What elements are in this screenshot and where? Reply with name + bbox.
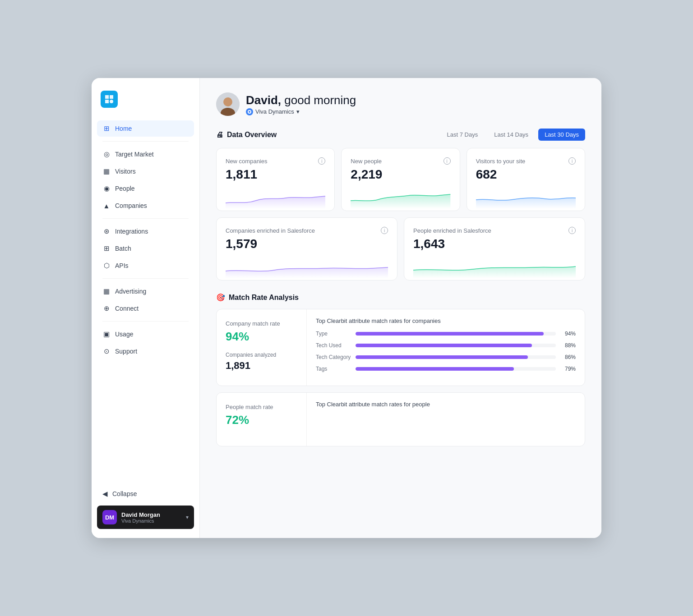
data-overview-icon: 🖨 xyxy=(216,131,223,139)
bar-label: Tech Used xyxy=(316,342,352,349)
collapse-button[interactable]: ◀ Collapse xyxy=(97,486,194,502)
info-icon[interactable]: i xyxy=(381,227,388,234)
bar-row-tech-used: Tech Used 88% xyxy=(316,342,576,349)
info-icon[interactable]: i xyxy=(568,227,576,234)
filter-30-days[interactable]: Last 30 Days xyxy=(538,129,585,141)
match-rate-header: 🎯 Match Rate Analysis xyxy=(216,293,585,302)
sidebar-item-label: Batch xyxy=(115,245,131,252)
company-analyzed-label: Companies analyzed xyxy=(226,352,297,358)
collapse-icon: ◀ xyxy=(102,490,108,498)
card-label: New people xyxy=(351,158,382,165)
card-value: 1,643 xyxy=(413,237,576,251)
bar-track xyxy=(356,355,556,359)
user-info: David Morgan Viva Dynamics xyxy=(121,511,181,524)
sidebar-item-label: Visitors xyxy=(115,168,136,175)
sidebar-item-support[interactable]: ⊙ Support xyxy=(97,343,194,359)
sidebar-item-connect[interactable]: ⊕ Connect xyxy=(97,300,194,317)
sidebar-item-label: Integrations xyxy=(115,228,148,235)
nav-divider-1 xyxy=(102,141,189,142)
match-rate-icon: 🎯 xyxy=(216,293,225,302)
user-company: Viva Dynamics xyxy=(121,518,181,524)
sidebar-item-batch[interactable]: ⊞ Batch xyxy=(97,240,194,257)
info-icon[interactable]: i xyxy=(318,157,325,165)
sidebar-bottom: ◀ Collapse DM David Morgan Viva Dynamics… xyxy=(92,486,199,529)
user-profile[interactable]: DM David Morgan Viva Dynamics ▾ xyxy=(97,506,194,529)
svg-point-5 xyxy=(249,111,250,113)
filter-14-days[interactable]: Last 14 Days xyxy=(488,129,535,141)
data-overview-header: 🖨 Data Overview Last 7 Days Last 14 Days… xyxy=(216,129,585,141)
sidebar-item-apis[interactable]: ⬡ APIs xyxy=(97,257,194,274)
svg-point-2 xyxy=(223,97,232,106)
sidebar-item-people[interactable]: ◉ People xyxy=(97,180,194,197)
nav-divider-3 xyxy=(102,278,189,279)
sidebar-item-target-market[interactable]: ◎ Target Market xyxy=(97,146,194,162)
org-icon xyxy=(246,108,253,115)
card-new-people: New people i 2,219 xyxy=(341,148,460,211)
sidebar-item-advertising[interactable]: ▦ Advertising xyxy=(97,283,194,299)
card-label: Visitors to your site xyxy=(476,158,526,165)
logo xyxy=(92,91,199,120)
card-value: 1,579 xyxy=(226,237,388,251)
card-people-salesforce: People enriched in Salesforce i 1,643 xyxy=(404,217,585,280)
card-label: People enriched in Salesforce xyxy=(413,227,491,234)
card-new-companies: New companies i 1,811 xyxy=(216,148,335,211)
card-value: 1,811 xyxy=(226,167,325,182)
home-icon: ⊞ xyxy=(102,124,111,133)
visitors-icon: ▦ xyxy=(102,167,111,175)
sidebar-item-label: APIs xyxy=(115,262,129,269)
company-analyzed-value: 1,891 xyxy=(226,360,297,372)
bar-fill xyxy=(356,332,544,336)
section-title-match-rate: 🎯 Match Rate Analysis xyxy=(216,293,299,302)
bar-pct: 86% xyxy=(559,354,576,360)
connect-icon: ⊕ xyxy=(102,304,111,313)
nav-divider-2 xyxy=(102,218,189,219)
people-chart-title: Top Clearbit attribute match rates for p… xyxy=(316,401,576,408)
card-value: 2,219 xyxy=(351,167,450,182)
card-visitors-site: Visitors to your site i 682 xyxy=(467,148,585,211)
card-companies-salesforce: Companies enriched in Salesforce i 1,579 xyxy=(216,217,397,280)
sidebar-item-home[interactable]: ⊞ Home xyxy=(97,120,194,137)
time-filters: Last 7 Days Last 14 Days Last 30 Days xyxy=(441,129,585,141)
sidebar-item-label: Connect xyxy=(115,305,139,312)
avatar xyxy=(216,92,240,116)
sidebar-item-usage[interactable]: ▣ Usage xyxy=(97,326,194,342)
stat-cards-row-2: Companies enriched in Salesforce i 1,579 xyxy=(216,217,585,280)
sidebar-item-label: Target Market xyxy=(115,151,154,158)
bar-pct: 79% xyxy=(559,366,576,372)
match-rate-section: 🎯 Match Rate Analysis Company match rate… xyxy=(216,293,585,446)
sidebar-item-visitors[interactable]: ▦ Visitors xyxy=(97,163,194,179)
company-match-left: Company match rate 94% Companies analyze… xyxy=(217,309,307,386)
company-match-rate: 94% xyxy=(226,330,297,344)
people-match-right: Top Clearbit attribute match rates for p… xyxy=(307,393,585,446)
filter-7-days[interactable]: Last 7 Days xyxy=(441,129,485,141)
sidebar-item-label: Advertising xyxy=(115,288,146,295)
apis-icon: ⬡ xyxy=(102,262,111,270)
org-badge[interactable]: Viva Dynamics ▾ xyxy=(246,108,356,115)
nav-divider-4 xyxy=(102,321,189,322)
bar-label: Tags xyxy=(316,366,352,372)
sidebar-item-label: Companies xyxy=(115,202,147,209)
bar-label: Tech Category xyxy=(316,354,352,360)
sidebar-item-integrations[interactable]: ⊛ Integrations xyxy=(97,223,194,239)
sidebar-nav: ⊞ Home ◎ Target Market ▦ Visitors ◉ Peop… xyxy=(92,120,199,486)
sidebar-item-companies[interactable]: ▲ Companies xyxy=(97,198,194,214)
bar-fill xyxy=(356,344,532,347)
bar-pct: 94% xyxy=(559,331,576,337)
advertising-icon: ▦ xyxy=(102,287,111,295)
section-title-data-overview: 🖨 Data Overview xyxy=(216,131,277,139)
card-label: Companies enriched in Salesforce xyxy=(226,227,315,234)
companies-icon: ▲ xyxy=(102,202,111,210)
info-icon[interactable]: i xyxy=(568,157,576,165)
people-match-rate: 72% xyxy=(226,413,297,427)
chevron-down-icon: ▾ xyxy=(296,108,300,115)
usage-icon: ▣ xyxy=(102,330,111,338)
stat-cards-row-1: New companies i 1,811 xyxy=(216,148,585,211)
batch-icon: ⊞ xyxy=(102,244,111,253)
avatar: DM xyxy=(102,510,117,524)
info-icon[interactable]: i xyxy=(444,157,451,165)
main-content: David, good morning Viva Dynamics ▾ 🖨 Da… xyxy=(200,78,601,538)
people-match-card: People match rate 72% Top Clearbit attri… xyxy=(216,392,585,446)
greeting-title: David, good morning xyxy=(246,93,356,107)
page-header: David, good morning Viva Dynamics ▾ xyxy=(216,92,585,116)
sidebar-item-label: Support xyxy=(115,348,137,355)
